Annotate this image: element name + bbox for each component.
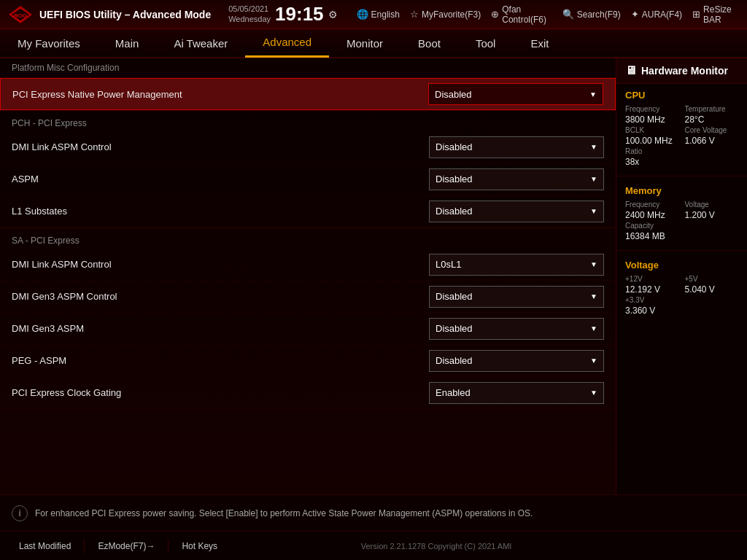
header-item-0[interactable]: 🌐English bbox=[357, 9, 400, 20]
header-item-4[interactable]: ✦AURA(F4) bbox=[631, 9, 682, 20]
dropdown-g0-0[interactable]: Disabled ▼ bbox=[429, 136, 604, 158]
setting-row-pci-power[interactable]: PCI Express Native Power Management Disa… bbox=[0, 78, 616, 110]
hw-metric-label-2-0: +12V bbox=[625, 275, 679, 283]
nav-item-advanced[interactable]: Advanced bbox=[245, 28, 329, 58]
header-item-5[interactable]: ⊞ReSize BAR bbox=[692, 4, 740, 25]
dropdown-arrow-g1-2: ▼ bbox=[590, 324, 597, 332]
nav-item-exit[interactable]: Exit bbox=[513, 28, 566, 58]
dropdown-value-g1-0: L0sL1 bbox=[436, 259, 461, 270]
footer-separator-1 bbox=[84, 539, 85, 553]
hw-metric-label-0-1: Temperature bbox=[685, 105, 739, 113]
hw-metric-value-0-3: 1.066 V bbox=[685, 136, 739, 146]
header-item-label-1: MyFavorite(F3) bbox=[422, 9, 481, 20]
dropdown-g1-2[interactable]: Disabled ▼ bbox=[429, 318, 604, 340]
setting-row-g1-3[interactable]: PEG - ASPM Disabled ▼ bbox=[0, 345, 616, 377]
dropdown-arrow-g0-2: ▼ bbox=[590, 207, 597, 215]
dropdown-value-g0-1: Disabled bbox=[436, 174, 473, 184]
nav-item-boot[interactable]: Boot bbox=[400, 28, 458, 58]
settings-panel: Platform Misc Configuration PCI Express … bbox=[0, 58, 616, 494]
hw-metric-value-2-1: 5.040 V bbox=[685, 284, 739, 295]
info-icon: i bbox=[12, 505, 28, 521]
header-item-3[interactable]: 🔍Search(F9) bbox=[562, 9, 621, 20]
hw-metric-label-0-4: Ratio bbox=[625, 147, 738, 155]
dropdown-value-pci-power: Disabled bbox=[435, 89, 472, 100]
dropdown-arrow-pci-power: ▼ bbox=[589, 90, 597, 98]
hw-divider-0 bbox=[616, 176, 747, 176]
settings-icon[interactable]: ⚙ bbox=[328, 9, 338, 20]
nav-item-tool[interactable]: Tool bbox=[458, 28, 514, 58]
footer-separator-2 bbox=[168, 539, 169, 553]
setting-label-g1-1: DMI Gen3 ASPM Control bbox=[12, 291, 429, 302]
svg-text:ROG: ROG bbox=[14, 12, 27, 19]
hw-metric-value-1-2: 16384 MB bbox=[625, 231, 738, 241]
header-item-label-3: Search(F9) bbox=[577, 9, 621, 20]
header-item-label-5: ReSize BAR bbox=[703, 4, 740, 25]
dropdown-arrow-g1-1: ▼ bbox=[590, 292, 597, 300]
dropdown-g1-3[interactable]: Disabled ▼ bbox=[429, 350, 604, 372]
hw-metric-label-1-2: Capacity bbox=[625, 222, 738, 230]
setting-label-g1-4: PCI Express Clock Gating bbox=[12, 387, 429, 398]
nav-item-monitor[interactable]: Monitor bbox=[329, 28, 400, 58]
header-item-label-0: English bbox=[371, 9, 400, 20]
dropdown-arrow-g1-3: ▼ bbox=[590, 357, 597, 365]
footer-btn-2[interactable]: Hot Keys bbox=[174, 538, 225, 554]
hw-metric-label-0-0: Frequency bbox=[625, 105, 679, 113]
dropdown-g1-1[interactable]: Disabled ▼ bbox=[429, 286, 604, 308]
setting-label-g1-3: PEG - ASPM bbox=[12, 355, 429, 366]
setting-row-g1-0[interactable]: DMI Link ASPM Control L0sL1 ▼ bbox=[0, 249, 616, 281]
hw-metric-value-0-2: 100.00 MHz bbox=[625, 136, 679, 146]
settings-groups: PCH - PCI Express DMI Link ASPM Control … bbox=[0, 110, 616, 409]
dropdown-arrow-g1-0: ▼ bbox=[590, 260, 597, 268]
setting-row-g1-1[interactable]: DMI Gen3 ASPM Control Disabled ▼ bbox=[0, 281, 616, 313]
footer: Last ModifiedEzMode(F7)→Hot Keys Version… bbox=[0, 531, 747, 560]
hw-metric-value-0-1: 28°C bbox=[685, 114, 739, 125]
dropdown-value-g0-0: Disabled bbox=[436, 141, 473, 152]
header-item-icon-5: ⊞ bbox=[692, 9, 700, 20]
dropdown-arrow-g0-0: ▼ bbox=[590, 143, 597, 151]
setting-row-g0-1[interactable]: ASPM Disabled ▼ bbox=[0, 163, 616, 195]
hw-section-title-0: CPU bbox=[616, 84, 747, 104]
dropdown-pci-power[interactable]: Disabled ▼ bbox=[428, 83, 603, 105]
bios-title: UEFI BIOS Utility – Advanced Mode bbox=[39, 9, 211, 20]
version-text: Version 2.21.1278 Copyright (C) 2021 AMI bbox=[225, 542, 648, 551]
setting-label-g0-2: L1 Substates bbox=[12, 206, 429, 217]
hw-metric-label-2-2: +3.3V bbox=[625, 296, 738, 304]
logo-area: ROG UEFI BIOS Utility – Advanced Mode bbox=[7, 4, 211, 25]
hw-metric-label-1-1: Voltage bbox=[685, 201, 739, 209]
header-item-icon-3: 🔍 bbox=[562, 9, 574, 20]
header-item-2[interactable]: ⊕Qfan Control(F6) bbox=[491, 4, 551, 25]
monitor-icon: 🖥 bbox=[625, 64, 637, 77]
dropdown-g1-4[interactable]: Enabled ▼ bbox=[429, 382, 604, 404]
dropdown-g0-2[interactable]: Disabled ▼ bbox=[429, 201, 604, 222]
date-display: 05/05/2021 Wednesday bbox=[228, 4, 271, 23]
dropdown-value-g0-2: Disabled bbox=[436, 206, 473, 217]
navbar: My FavoritesMainAi TweakerAdvancedMonito… bbox=[0, 29, 747, 58]
setting-row-g0-2[interactable]: L1 Substates Disabled ▼ bbox=[0, 195, 616, 228]
group-label-0: PCH - PCI Express bbox=[0, 110, 616, 131]
hw-grid-1: FrequencyVoltage2400 MHz1.200 VCapacity1… bbox=[616, 199, 747, 247]
datetime-area: 05/05/2021 Wednesday 19:15 ⚙ bbox=[228, 3, 337, 26]
hardware-monitor-panel: 🖥 Hardware Monitor CPUFrequencyTemperatu… bbox=[616, 58, 747, 494]
footer-btn-0[interactable]: Last Modified bbox=[12, 538, 78, 554]
setting-label-pci-power: PCI Express Native Power Management bbox=[12, 89, 428, 100]
dropdown-g1-0[interactable]: L0sL1 ▼ bbox=[429, 254, 604, 276]
header-item-icon-0: 🌐 bbox=[357, 9, 368, 20]
hw-divider-1 bbox=[616, 250, 747, 251]
info-text: For enhanced PCI Express power saving. S… bbox=[35, 508, 533, 518]
hw-metric-value-2-2: 3.360 V bbox=[625, 306, 738, 316]
setting-row-g1-2[interactable]: DMI Gen3 ASPM Disabled ▼ bbox=[0, 313, 616, 345]
footer-btn-1[interactable]: EzMode(F7)→ bbox=[90, 538, 162, 554]
setting-row-g0-0[interactable]: DMI Link ASPM Control Disabled ▼ bbox=[0, 131, 616, 163]
hw-metric-label-0-2: BCLK bbox=[625, 126, 679, 134]
header-item-1[interactable]: ☆MyFavorite(F3) bbox=[410, 9, 481, 20]
setting-row-g1-4[interactable]: PCI Express Clock Gating Enabled ▼ bbox=[0, 377, 616, 409]
hw-metric-value-2-0: 12.192 V bbox=[625, 284, 679, 295]
dropdown-g0-1[interactable]: Disabled ▼ bbox=[429, 168, 604, 190]
nav-item-my-favorites[interactable]: My Favorites bbox=[0, 28, 98, 58]
hw-section-title-1: Memory bbox=[616, 179, 747, 199]
nav-item-main[interactable]: Main bbox=[98, 28, 157, 58]
nav-item-ai-tweaker[interactable]: Ai Tweaker bbox=[156, 28, 245, 58]
group-label-1: SA - PCI Express bbox=[0, 228, 616, 249]
header-item-icon-1: ☆ bbox=[410, 9, 419, 20]
dropdown-arrow-g1-4: ▼ bbox=[590, 389, 597, 397]
